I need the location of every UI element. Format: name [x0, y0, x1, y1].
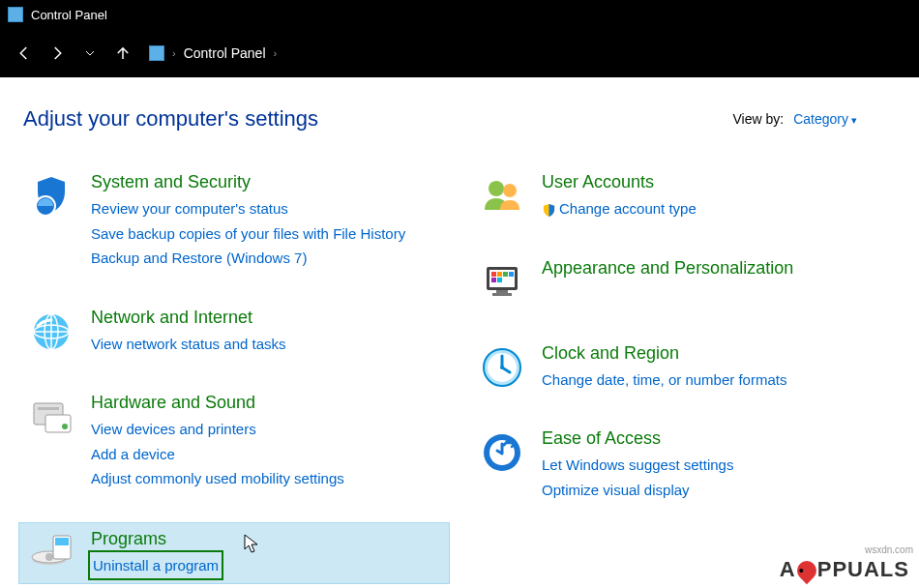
category-title[interactable]: Hardware and Sound	[91, 393, 344, 413]
category-link[interactable]: Adjust commonly used mobility settings	[91, 466, 344, 491]
clock-and-region-icon[interactable]	[478, 343, 526, 392]
svg-point-13	[489, 181, 504, 196]
category-system-and-security: System and SecurityReview your computer'…	[23, 166, 445, 277]
category-hardware-and-sound: Hardware and SoundView devices and print…	[23, 387, 445, 497]
svg-rect-19	[503, 272, 508, 277]
chevron-right-icon: ›	[172, 47, 176, 59]
svg-rect-18	[497, 272, 502, 277]
view-by-dropdown[interactable]: Category	[793, 111, 857, 127]
category-link[interactable]: Optimize visual display	[542, 478, 733, 503]
brand-watermark: APPUALS	[780, 557, 909, 582]
category-appearance-and-personalization: Appearance and Personalization	[474, 252, 896, 312]
back-button[interactable]	[10, 39, 39, 68]
breadcrumb-location[interactable]: Control Panel	[184, 45, 266, 61]
category-link[interactable]: Change account type	[542, 196, 697, 221]
appearance-and-personalization-icon[interactable]	[478, 258, 526, 307]
window-title: Control Panel	[31, 8, 107, 22]
recent-dropdown[interactable]	[75, 39, 104, 68]
svg-rect-5	[45, 415, 71, 432]
category-title[interactable]: Appearance and Personalization	[542, 258, 793, 279]
control-panel-icon	[8, 7, 23, 22]
svg-rect-12	[55, 538, 69, 545]
content-area: Adjust your computer's settings View by:…	[0, 77, 919, 588]
category-network-and-internet: Network and InternetView network status …	[23, 302, 445, 363]
category-title[interactable]: Programs	[91, 529, 221, 549]
source-watermark: wsxdn.com	[865, 544, 913, 555]
category-title[interactable]: Clock and Region	[542, 343, 786, 364]
svg-point-14	[503, 184, 517, 197]
category-link[interactable]: Change date, time, or number formats	[542, 368, 786, 393]
svg-rect-24	[492, 293, 512, 296]
svg-rect-23	[496, 290, 508, 293]
mouse-cursor	[244, 534, 259, 555]
svg-rect-22	[497, 278, 502, 282]
ease-of-access-icon[interactable]	[478, 428, 526, 477]
category-link[interactable]: Uninstall a program	[91, 553, 221, 578]
category-clock-and-region: Clock and RegionChange date, time, or nu…	[474, 338, 896, 398]
category-title[interactable]: Ease of Access	[542, 428, 733, 449]
svg-rect-20	[509, 272, 514, 277]
svg-rect-17	[491, 272, 496, 277]
category-programs: ProgramsUninstall a program	[18, 522, 450, 585]
category-link[interactable]: Backup and Restore (Windows 7)	[91, 246, 405, 271]
category-link[interactable]: Review your computer's status	[91, 196, 405, 221]
control-panel-icon	[149, 45, 164, 61]
svg-point-27	[500, 366, 504, 369]
category-title[interactable]: User Accounts	[542, 172, 697, 192]
hardware-and-sound-icon[interactable]	[27, 393, 75, 441]
svg-rect-21	[491, 278, 496, 282]
view-by-control: View by: Category	[732, 111, 896, 127]
category-link[interactable]: Save backup copies of your files with Fi…	[91, 221, 405, 247]
svg-rect-6	[38, 407, 59, 410]
svg-point-7	[62, 424, 68, 429]
view-by-label: View by:	[732, 111, 784, 127]
category-link[interactable]: View devices and printers	[91, 417, 344, 442]
user-accounts-icon[interactable]	[478, 172, 526, 220]
address-bar[interactable]: › Control Panel ›	[141, 39, 284, 68]
up-button[interactable]	[108, 39, 137, 68]
category-title[interactable]: System and Security	[91, 172, 405, 192]
category-link[interactable]: View network status and tasks	[91, 332, 286, 357]
page-title: Adjust your computer's settings	[23, 106, 318, 132]
category-user-accounts: User AccountsChange account type	[474, 166, 896, 227]
programs-icon[interactable]	[27, 529, 75, 577]
category-link[interactable]: Let Windows suggest settings	[542, 453, 733, 478]
category-ease-of-access: Ease of AccessLet Windows suggest settin…	[474, 423, 896, 508]
category-link[interactable]: Add a device	[91, 442, 344, 467]
bug-icon	[793, 557, 820, 584]
chevron-right-icon[interactable]: ›	[274, 47, 278, 59]
svg-point-10	[45, 553, 53, 561]
network-and-internet-icon[interactable]	[27, 308, 75, 356]
system-and-security-icon[interactable]	[27, 172, 75, 220]
forward-button[interactable]	[43, 39, 72, 68]
navigation-bar: › Control Panel ›	[0, 29, 919, 77]
category-title[interactable]: Network and Internet	[91, 308, 286, 328]
titlebar: Control Panel	[0, 0, 919, 29]
